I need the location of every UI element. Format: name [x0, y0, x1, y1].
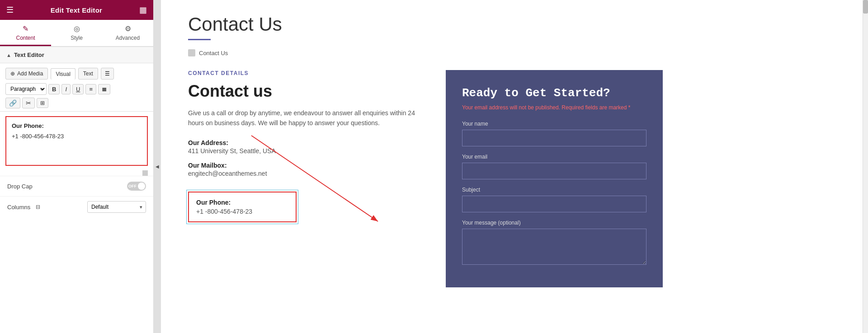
- breadcrumb-home-icon: [188, 49, 195, 56]
- grid-icon[interactable]: ▦: [139, 5, 147, 15]
- mailbox-row: Our Mailbox: engitech@oceanthemes.net: [188, 162, 432, 177]
- collapse-icon: ◀: [156, 164, 159, 169]
- drop-cap-setting: Drop Cap OFF: [0, 176, 153, 196]
- subject-field-group: Subject: [462, 187, 646, 212]
- panel-title: Edit Text Editor: [51, 6, 103, 14]
- subject-label: Subject: [462, 187, 646, 193]
- editor-phone-label: Our Phone:: [12, 122, 142, 129]
- address-row: Our Address: 411 University St, Seattle,…: [188, 139, 432, 155]
- collapse-handle[interactable]: ◀: [154, 0, 161, 333]
- panel-header: ☰ Edit Text Editor ▦: [0, 0, 153, 20]
- breadcrumb: Contact Us: [188, 49, 844, 56]
- mailbox-label: Our Mailbox:: [188, 162, 432, 169]
- columns-select[interactable]: Default 1 2 3: [87, 201, 146, 213]
- resize-handle[interactable]: [142, 170, 148, 176]
- drop-cap-label: Drop Cap: [7, 183, 33, 190]
- content-icon: ✎: [23, 24, 28, 33]
- email-field-group: Your email: [462, 154, 646, 179]
- editor-content-area[interactable]: Our Phone: +1 -800-456-478-23: [5, 116, 148, 166]
- required-mark: *: [628, 104, 631, 111]
- columns-icon: ⊟: [36, 204, 40, 210]
- form-subtitle: Your email address will not be published…: [462, 104, 646, 111]
- toolbar-extra-row: 🔗 ✂ ⊞: [5, 98, 148, 108]
- add-media-label: Add Media: [17, 70, 43, 77]
- table-button[interactable]: ⊞: [37, 98, 48, 108]
- list-view-button[interactable]: ☰: [101, 68, 114, 80]
- columns-label: Columns: [7, 204, 30, 211]
- scrollbar-track[interactable]: [863, 0, 868, 333]
- underline-button[interactable]: U: [72, 84, 84, 94]
- chevron-up-icon: ▲: [6, 52, 11, 58]
- italic-button[interactable]: I: [61, 84, 71, 94]
- resize-handle-wrapper: [0, 170, 153, 176]
- tab-style-label: Style: [71, 35, 83, 41]
- hamburger-icon[interactable]: ☰: [6, 5, 14, 15]
- address-label: Our Address:: [188, 139, 432, 146]
- add-media-button[interactable]: ⊕ Add Media: [5, 68, 48, 80]
- tab-content[interactable]: ✎ Content: [0, 20, 51, 46]
- contact-left: CONTACT DETAILS Contact us Give us a cal…: [188, 70, 432, 222]
- subject-input[interactable]: [462, 196, 646, 212]
- contact-description: Give us a call or drop by anytime, we en…: [188, 108, 432, 128]
- contact-content: CONTACT DETAILS Contact us Give us a cal…: [188, 70, 844, 287]
- message-textarea[interactable]: [462, 229, 646, 265]
- format-select[interactable]: Paragraph Heading 1 Heading 2 Heading 3: [5, 83, 47, 95]
- section-label: Text Editor: [14, 52, 44, 58]
- advanced-icon: ⚙: [125, 24, 131, 33]
- link-button[interactable]: 🔗: [5, 98, 20, 108]
- tab-advanced-label: Advanced: [116, 35, 140, 41]
- ordered-list-button[interactable]: ≣: [98, 84, 110, 94]
- style-icon: ◎: [74, 24, 80, 33]
- tab-content-label: Content: [16, 35, 35, 41]
- unordered-list-button[interactable]: ≡: [85, 84, 96, 94]
- toolbar-format-row: Paragraph Heading 1 Heading 2 Heading 3 …: [5, 83, 148, 95]
- name-input[interactable]: [462, 130, 646, 146]
- breadcrumb-text: Contact Us: [199, 50, 228, 56]
- editor-toolbar: ⊕ Add Media Visual Text ☰ Paragraph Head…: [0, 63, 153, 112]
- message-field-group: Your message (optional): [462, 220, 646, 267]
- panel-tabs: ✎ Content ◎ Style ⚙ Advanced: [0, 20, 153, 47]
- add-media-icon: ⊕: [10, 70, 15, 77]
- form-title: Ready to Get Started?: [462, 86, 646, 100]
- name-label: Your name: [462, 121, 646, 127]
- email-label: Your email: [462, 154, 646, 160]
- editor-phone-number: +1 -800-456-478-23: [12, 133, 142, 140]
- format-select-wrapper: Paragraph Heading 1 Heading 2 Heading 3: [5, 83, 47, 95]
- unlink-button[interactable]: ✂: [22, 98, 35, 108]
- columns-setting: Columns ⊟ Default 1 2 3: [0, 196, 153, 217]
- text-tab-button[interactable]: Text: [78, 68, 98, 80]
- tab-advanced[interactable]: ⚙ Advanced: [102, 20, 153, 46]
- message-label: Your message (optional): [462, 220, 646, 226]
- section-header[interactable]: ▲ Text Editor: [0, 47, 153, 63]
- page-content: Contact Us Contact Us CONTACT DETAILS Co…: [161, 0, 863, 333]
- address-value: 411 University St, Seattle, USA: [188, 147, 432, 155]
- phone-box-number: +1 -800-456-478-23: [196, 208, 288, 215]
- phone-box: Our Phone: +1 -800-456-478-23: [188, 192, 297, 222]
- title-underline: [188, 39, 211, 40]
- scrollbar-thumb[interactable]: [863, 0, 868, 14]
- columns-select-wrapper: Default 1 2 3: [87, 201, 146, 213]
- toolbar-top-row: ⊕ Add Media Visual Text ☰: [5, 68, 148, 80]
- phone-box-label: Our Phone:: [196, 199, 288, 206]
- bold-button[interactable]: B: [48, 84, 60, 94]
- name-field-group: Your name: [462, 121, 646, 146]
- drop-cap-toggle[interactable]: OFF: [127, 182, 146, 191]
- main-content: Contact Us Contact Us CONTACT DETAILS Co…: [161, 0, 863, 333]
- left-panel: ☰ Edit Text Editor ▦ ✎ Content ◎ Style ⚙…: [0, 0, 154, 333]
- contact-details-label: CONTACT DETAILS: [188, 70, 432, 76]
- tab-style[interactable]: ◎ Style: [51, 20, 102, 46]
- contact-us-heading: Contact us: [188, 82, 432, 101]
- contact-form: Ready to Get Started? Your email address…: [446, 70, 663, 287]
- email-input[interactable]: [462, 163, 646, 179]
- toggle-off-label: OFF: [128, 184, 137, 188]
- visual-tab-button[interactable]: Visual: [51, 68, 75, 80]
- page-title: Contact Us: [188, 14, 844, 35]
- mailbox-value: engitech@oceanthemes.net: [188, 170, 432, 177]
